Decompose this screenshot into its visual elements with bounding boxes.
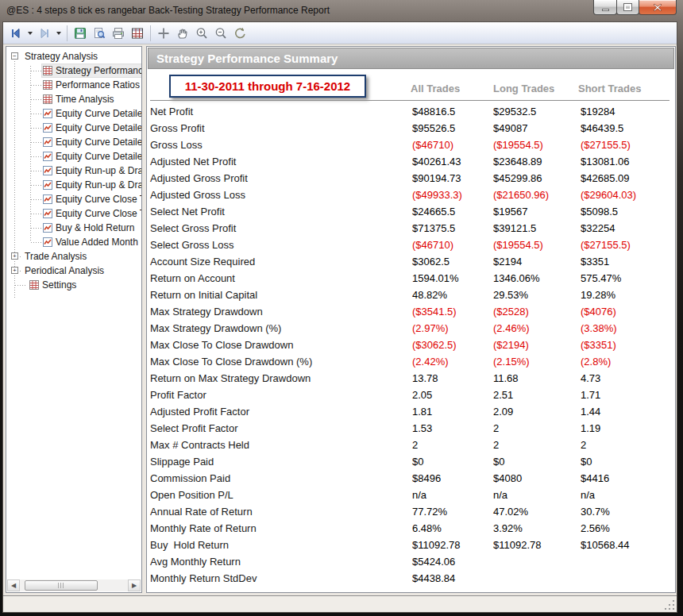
tree-items: −Strategy AnalysisStrategy PerformancPer… xyxy=(6,49,141,579)
chart-icon xyxy=(43,209,52,218)
back-button[interactable] xyxy=(6,24,25,43)
crosshair-button[interactable] xyxy=(154,24,173,43)
tree-horizontal-scrollbar[interactable]: ◀ ▶ xyxy=(7,579,141,591)
row-value: $3062.5 xyxy=(412,256,495,268)
row-value: ($21650.96) xyxy=(493,189,576,201)
tree-item-equity-run-up-dra[interactable]: Equity Run-up & Dra xyxy=(6,164,141,178)
chart-icon xyxy=(43,123,52,133)
table-row: Max Close To Close Drawdown($3062.5)($21… xyxy=(147,337,675,354)
back-dropdown-button[interactable] xyxy=(25,24,35,43)
tree-item-equity-curve-detaile[interactable]: Equity Curve Detaile xyxy=(6,121,141,135)
row-value: 47.02% xyxy=(493,506,576,518)
tree-item-equity-curve-detaile[interactable]: Equity Curve Detaile xyxy=(6,135,141,149)
table-report-button[interactable] xyxy=(128,24,147,43)
tree-item-strategy-performanc[interactable]: Strategy Performanc xyxy=(6,64,141,78)
forward-dropdown-button[interactable] xyxy=(54,24,64,43)
tree-item-trade-analysis[interactable]: +Trade Analysis xyxy=(6,249,141,264)
pan-button[interactable] xyxy=(173,24,192,43)
maximize-button[interactable] xyxy=(616,0,639,15)
plus-expander-icon[interactable]: + xyxy=(11,267,18,274)
tree-item-settings[interactable]: Settings xyxy=(6,278,141,292)
minimize-icon xyxy=(602,9,609,11)
forward-icon xyxy=(37,26,52,40)
row-value: $32254 xyxy=(581,222,663,234)
header-divider xyxy=(150,100,669,101)
table-icon xyxy=(43,80,52,90)
table-report-icon xyxy=(130,26,145,40)
row-value: 2 xyxy=(493,439,576,451)
row-value: 3.92% xyxy=(493,522,576,534)
tree-item-performance-ratios[interactable]: Performance Ratios xyxy=(6,78,141,92)
forward-button[interactable] xyxy=(35,24,54,43)
minimize-button[interactable] xyxy=(593,0,617,15)
row-label: Gross Profit xyxy=(150,122,205,134)
status-bar xyxy=(3,595,677,612)
row-value: $4080 xyxy=(493,472,576,484)
row-value: $5424.06 xyxy=(412,556,495,568)
print-preview-button[interactable] xyxy=(90,24,109,43)
row-value: n/a xyxy=(493,489,576,501)
tree-item-equity-curve-close-t[interactable]: Equity Curve Close T xyxy=(6,192,141,206)
tree-item-strategy-analysis[interactable]: −Strategy Analysis xyxy=(6,49,141,64)
row-value: (2.15%) xyxy=(493,356,576,368)
row-value: (2.97%) xyxy=(412,322,495,334)
save-button[interactable] xyxy=(71,24,90,43)
tree-item-value-added-month[interactable]: Value Added Month xyxy=(6,235,141,249)
plus-expander-icon[interactable]: + xyxy=(11,252,18,260)
tree-item-label: Equity Curve Detaile xyxy=(56,122,141,133)
row-label: Gross Loss xyxy=(150,139,203,151)
row-label: Adjusted Net Profit xyxy=(150,156,236,167)
row-label: Max Strategy Drawdown xyxy=(150,306,263,318)
minus-expander-icon[interactable]: − xyxy=(11,52,18,60)
title-bar[interactable]: @ES : 4 steps 8 tick es rangebar Back-Te… xyxy=(0,0,683,21)
row-label: Open Position P/L xyxy=(150,489,233,501)
row-value: $4416 xyxy=(581,472,663,484)
row-value: 1.81 xyxy=(412,406,495,418)
tree-item-label: Performance Ratios xyxy=(56,79,140,90)
row-value: 2 xyxy=(493,422,576,434)
table-row: Profit Factor2.052.511.71 xyxy=(147,387,675,404)
tree-item-buy-hold-return[interactable]: Buy & Hold Return xyxy=(6,221,141,235)
tree-item-time-analysis[interactable]: Time Analysis xyxy=(6,92,141,106)
row-value: 29.53% xyxy=(493,289,576,301)
row-value: 11.68 xyxy=(493,372,576,384)
resize-grip[interactable] xyxy=(665,600,675,610)
window: @ES : 4 steps 8 tick es rangebar Back-Te… xyxy=(0,0,683,616)
zoom-out-button[interactable] xyxy=(211,24,230,43)
tree-item-label: Settings xyxy=(42,279,76,291)
print-preview-icon xyxy=(92,26,106,40)
scroll-left-arrow-icon[interactable]: ◀ xyxy=(7,579,20,591)
close-button[interactable] xyxy=(639,0,677,15)
tree-item-equity-run-up-dra[interactable]: Equity Run-up & Dra xyxy=(6,178,141,192)
column-headers: All Trades Long Trades Short Trades xyxy=(147,83,675,97)
toolbar xyxy=(3,22,677,44)
scroll-right-arrow-icon[interactable]: ▶ xyxy=(128,579,141,591)
table-row: Max Strategy Drawdown($3541.5)($2528)($4… xyxy=(147,304,675,321)
zoom-in-button[interactable] xyxy=(192,24,211,43)
refresh-button[interactable] xyxy=(230,24,249,43)
row-label: Slippage Paid xyxy=(150,456,214,468)
column-header-short-trades: Short Trades xyxy=(578,83,641,94)
row-label: Monthly Rate of Return xyxy=(150,522,257,534)
row-value: $95526.5 xyxy=(412,122,495,134)
chart-icon xyxy=(43,180,52,190)
row-value: 575.47% xyxy=(581,272,663,284)
tree-item-equity-curve-close-t[interactable]: Equity Curve Close T xyxy=(6,206,141,221)
content-area: −Strategy AnalysisStrategy PerformancPer… xyxy=(3,44,677,595)
tree-item-label: Equity Curve Close T xyxy=(56,194,141,205)
print-button[interactable] xyxy=(109,24,128,43)
row-label: Adjusted Gross Profit xyxy=(150,172,248,184)
scrollbar-thumb[interactable] xyxy=(25,580,98,591)
window-title: @ES : 4 steps 8 tick es rangebar Back-Te… xyxy=(6,5,330,16)
row-value: n/a xyxy=(412,489,495,501)
chart-icon xyxy=(43,109,52,118)
row-value: 2.09 xyxy=(493,406,576,418)
tree-item-label: Buy & Hold Return xyxy=(56,222,134,233)
tree-item-equity-curve-detaile[interactable]: Equity Curve Detaile xyxy=(6,106,141,121)
tree-item-label: Equity Curve Close T xyxy=(56,208,141,219)
row-value: $0 xyxy=(581,456,663,468)
tree-item-periodical-analysis[interactable]: +Periodical Analysis xyxy=(6,264,141,278)
table-icon xyxy=(43,66,52,75)
row-label: Return on Initial Capital xyxy=(150,289,257,301)
tree-item-equity-curve-detaile[interactable]: Equity Curve Detaile xyxy=(6,149,141,164)
